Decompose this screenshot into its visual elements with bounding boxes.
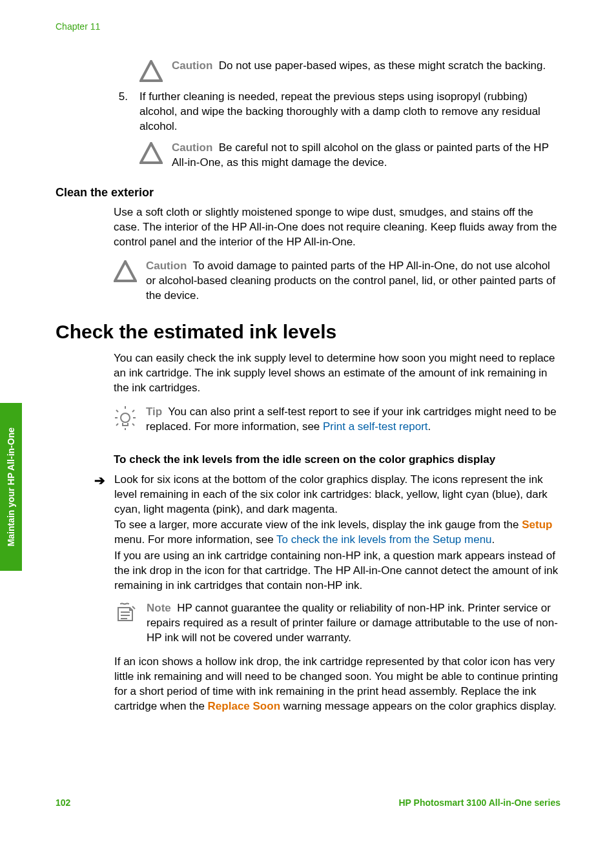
replace-soon-label: Replace Soon [208,700,280,712]
arrow-step: ➔ Look for six icons at the bottom of th… [114,473,560,714]
caution-3-text: Caution To avoid damage to painted parts… [146,259,560,303]
arrow-p4: If an icon shows a hollow ink drop, the … [114,655,560,714]
caution-1-text: Caution Do not use paper-based wipes, as… [172,59,546,74]
chapter-label: Chapter 11 [56,21,560,33]
tip-box: Tip You can also print a self-test repor… [114,405,560,435]
link-setup-menu[interactable]: To check the ink levels from the Setup m… [276,533,492,546]
arrow-step-body: Look for six icons at the bottom of the … [114,473,560,714]
tip-text: Tip You can also print a self-test repor… [146,405,560,435]
page-footer: 102 HP Photosmart 3100 All-in-One series [56,797,560,809]
svg-line-3 [116,410,118,412]
tip-label: Tip [146,406,162,418]
caution-icon [114,260,137,282]
step-number: 5. [115,90,128,105]
setup-label: Setup [522,519,552,531]
arrow-p3: If you are using an ink cartridge contai… [114,549,560,593]
svg-line-4 [132,410,134,412]
caution-2-text: Caution Be careful not to spill alcohol … [172,141,560,170]
check-ink-paragraph: You can easily check the ink supply leve… [114,351,560,396]
svg-point-0 [121,413,130,422]
heading-clean-exterior: Clean the exterior [56,185,560,200]
note-label: Note [147,602,171,614]
page-number: 102 [56,797,70,809]
step-5-text: If further cleaning is needed, repeat th… [139,90,560,134]
svg-line-7 [116,424,118,426]
link-self-test[interactable]: Print a self-test report [323,420,428,433]
caution-label: Caution [146,260,187,272]
svg-line-8 [132,424,134,426]
arrow-p1: Look for six icons at the bottom of the … [114,473,560,517]
step-5: 5. If further cleaning is needed, repeat… [139,90,560,134]
caution-icon [139,142,163,164]
caution-box-2: Caution Be careful not to spill alcohol … [139,141,560,170]
caution-icon [139,60,163,82]
caution-label: Caution [172,59,212,72]
arrow-icon: ➔ [94,474,105,487]
caution-box-1: Caution Do not use paper-based wipes, as… [139,59,560,82]
note-box: Note HP cannot guarantee the quality or … [114,601,560,646]
note-icon [114,602,138,624]
heading-check-ink: Check the estimated ink levels [56,319,560,345]
lightbulb-icon [114,405,137,431]
caution-box-3: Caution To avoid damage to painted parts… [114,259,560,303]
clean-exterior-paragraph: Use a soft cloth or slightly moistened s… [114,205,560,250]
side-tab: Maintain your HP All-in-One [0,403,22,571]
subheading-check-ink: To check the ink levels from the idle sc… [114,453,560,468]
side-tab-label: Maintain your HP All-in-One [5,427,17,546]
footer-product: HP Photosmart 3100 All-in-One series [398,797,560,809]
caution-label: Caution [172,141,212,154]
page-body: Chapter 11 Caution Do not use paper-base… [56,21,560,714]
note-text: Note HP cannot guarantee the quality or … [147,601,560,646]
arrow-p2: To see a larger, more accurate view of t… [114,518,560,548]
